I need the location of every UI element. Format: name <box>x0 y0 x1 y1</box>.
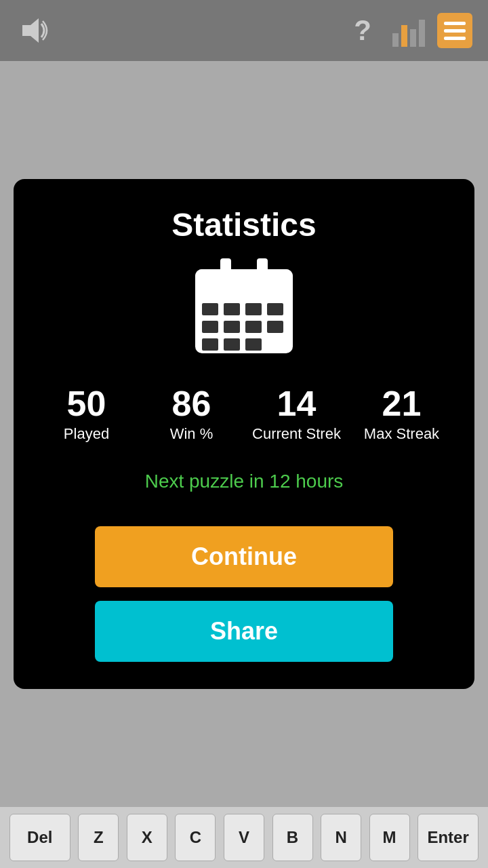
svg-rect-14 <box>202 338 218 351</box>
svg-rect-5 <box>195 285 293 295</box>
svg-rect-8 <box>245 303 262 315</box>
svg-rect-13 <box>267 321 283 333</box>
question-icon: ? <box>354 14 371 47</box>
calendar-icon <box>190 257 298 359</box>
continue-button[interactable]: Continue <box>95 526 393 587</box>
stats-button[interactable] <box>389 11 428 50</box>
svg-rect-12 <box>245 321 262 333</box>
key-n[interactable]: N <box>321 814 361 861</box>
toolbar: ? <box>0 0 488 61</box>
next-puzzle-text: Next puzzle in 12 hours <box>145 471 344 492</box>
key-v[interactable]: V <box>224 814 264 861</box>
statistics-modal: Statistics <box>14 179 474 688</box>
main-area: Statistics <box>0 61 488 807</box>
key-c[interactable]: C <box>175 814 216 861</box>
speaker-button[interactable] <box>14 11 53 50</box>
svg-rect-6 <box>202 303 218 315</box>
key-m[interactable]: M <box>369 814 410 861</box>
menu-button[interactable] <box>435 11 474 50</box>
svg-rect-15 <box>224 338 240 351</box>
keyboard-row: Del Z X C V B N M Enter <box>0 807 488 868</box>
stats-row: 50 Played 86 Win % 14 Current Strek 21 M… <box>34 386 454 443</box>
help-button[interactable]: ? <box>343 11 382 50</box>
hamburger-icon <box>437 13 472 48</box>
barchart-icon <box>392 14 425 47</box>
svg-rect-11 <box>224 321 240 333</box>
key-b[interactable]: B <box>272 814 313 861</box>
stat-current-streak: 14 Current Strek <box>244 386 349 443</box>
svg-rect-9 <box>267 303 283 315</box>
key-z[interactable]: Z <box>78 814 119 861</box>
stat-max-streak: 21 Max Streak <box>349 386 454 443</box>
svg-rect-16 <box>245 338 262 351</box>
svg-rect-10 <box>202 321 218 333</box>
svg-marker-0 <box>22 18 39 43</box>
stat-played: 50 Played <box>34 386 139 443</box>
key-enter[interactable]: Enter <box>418 814 479 861</box>
share-button[interactable]: Share <box>95 601 393 662</box>
key-x[interactable]: X <box>127 814 167 861</box>
key-del[interactable]: Del <box>9 814 70 861</box>
modal-title: Statistics <box>171 206 316 243</box>
svg-rect-7 <box>224 303 240 315</box>
stat-win-pct: 86 Win % <box>139 386 244 443</box>
